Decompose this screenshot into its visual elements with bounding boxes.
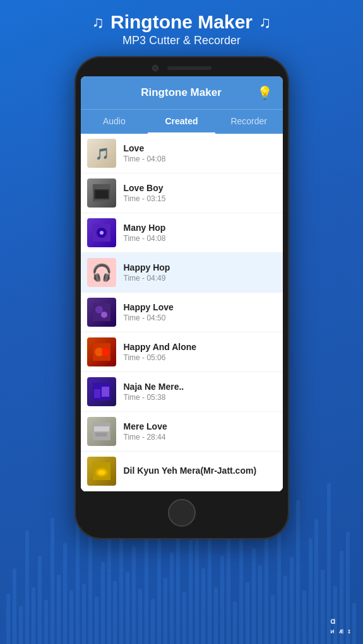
- song-info-loveboy: Love Boy Time - 03:15: [124, 183, 277, 203]
- app-header: ♫ Ringtone Maker ♫ MP3 Cutter & Recorder: [92, 0, 271, 56]
- brand-logo: ɑᴎ ᴁ ɪ: [330, 616, 352, 635]
- phone-bottom: [81, 499, 283, 527]
- song-time-merelove: Time - 28:44: [124, 433, 277, 442]
- song-title-loveboy: Love Boy: [124, 183, 277, 193]
- song-info-happyalone: Happy And Alone Time - 05:06: [124, 342, 277, 362]
- phone-speaker: [167, 66, 211, 70]
- song-time-loveboy: Time - 03:15: [124, 194, 277, 203]
- phone-frame: Ringtone Maker 💡 Audio Created Recorder …: [74, 56, 289, 539]
- phone-top: [81, 65, 283, 71]
- song-thumb-happylove: [87, 298, 116, 327]
- song-title-happyalone: Happy And Alone: [124, 342, 277, 352]
- song-info-happylove: Happy Love Time - 04:50: [124, 302, 277, 322]
- song-item-dil[interactable]: Dil Kyun Yeh Mera(Mr-Jatt.com): [81, 452, 283, 491]
- song-thumb-manyhop: [87, 218, 116, 247]
- svg-point-13: [102, 348, 109, 356]
- song-time-happyalone: Time - 05:06: [124, 353, 277, 362]
- song-title-merelove: Mere Love: [124, 421, 277, 431]
- tab-bar: Audio Created Recorder: [81, 109, 283, 134]
- song-item-happylove[interactable]: Happy Love Time - 04:50: [81, 293, 283, 332]
- song-title-dil: Dil Kyun Yeh Mera(Mr-Jatt.com): [124, 465, 277, 476]
- song-title-naja: Naja Ne Mere..: [124, 382, 277, 392]
- song-time-happylove: Time - 04:50: [124, 313, 277, 322]
- tab-audio[interactable]: Audio: [81, 110, 148, 134]
- song-thumb-merelove: [87, 417, 116, 446]
- svg-rect-19: [95, 433, 107, 436]
- song-info-dil: Dil Kyun Yeh Mera(Mr-Jatt.com): [124, 465, 277, 477]
- app-main-title: Ringtone Maker: [110, 11, 253, 33]
- song-thumb-love: 🎵: [87, 139, 116, 168]
- song-item-naja[interactable]: Naja Ne Mere.. Time - 05:38: [81, 372, 283, 412]
- song-info-naja: Naja Ne Mere.. Time - 05:38: [124, 382, 277, 402]
- phone-camera: [152, 65, 158, 71]
- song-title-manyhop: Many Hop: [124, 223, 277, 233]
- svg-rect-4: [95, 190, 108, 198]
- tab-recorder[interactable]: Recorder: [215, 110, 283, 134]
- music-note-left-icon: ♫: [92, 13, 104, 32]
- svg-point-9: [95, 306, 103, 313]
- song-time-manyhop: Time - 04:08: [124, 234, 277, 243]
- song-info-happyhop: Happy Hop Time - 04:49: [124, 262, 277, 283]
- song-time-naja: Time - 05:38: [124, 393, 277, 402]
- song-info-manyhop: Many Hop Time - 04:08: [124, 223, 277, 243]
- app-bar-title: Ringtone Maker: [106, 86, 257, 99]
- song-title-happylove: Happy Love: [124, 302, 277, 312]
- svg-text:🎵: 🎵: [95, 147, 110, 161]
- song-item-happyhop[interactable]: 🎧 Happy Hop Time - 04:49: [81, 253, 283, 293]
- song-list: 🎵 Love Time - 04:08 Love Boy Time - 03:1…: [81, 134, 283, 491]
- song-item-merelove[interactable]: Mere Love Time - 28:44: [81, 412, 283, 452]
- song-thumb-loveboy: [87, 179, 116, 208]
- app-subtitle: MP3 Cutter & Recorder: [122, 34, 241, 47]
- song-info-love: Love Time - 04:08: [124, 143, 277, 163]
- song-item-manyhop[interactable]: Many Hop Time - 04:08: [81, 213, 283, 253]
- song-thumb-happyalone: [87, 337, 116, 366]
- song-info-merelove: Mere Love Time - 28:44: [124, 421, 277, 442]
- song-item-love[interactable]: 🎵 Love Time - 04:08: [81, 134, 283, 173]
- tab-created[interactable]: Created: [148, 110, 215, 134]
- svg-point-22: [98, 470, 105, 475]
- song-item-happyalone[interactable]: Happy And Alone Time - 05:06: [81, 332, 283, 372]
- song-thumb-naja: [87, 377, 116, 406]
- svg-point-7: [100, 231, 104, 235]
- song-thumb-happyhop: 🎧: [87, 258, 116, 287]
- svg-rect-15: [94, 389, 100, 398]
- home-button[interactable]: [168, 499, 196, 527]
- svg-rect-16: [102, 387, 109, 397]
- svg-point-10: [101, 312, 107, 318]
- song-title-love: Love: [124, 143, 277, 153]
- song-title-happyhop: Happy Hop: [124, 262, 277, 272]
- lightbulb-icon[interactable]: 💡: [257, 85, 273, 100]
- song-item-loveboy[interactable]: Love Boy Time - 03:15: [81, 173, 283, 213]
- svg-rect-18: [94, 426, 109, 431]
- song-time-love: Time - 04:08: [124, 155, 277, 163]
- phone-screen: Ringtone Maker 💡 Audio Created Recorder …: [81, 76, 283, 491]
- headphone-icon: 🎧: [92, 263, 112, 283]
- app-top-bar: Ringtone Maker 💡: [81, 76, 283, 109]
- song-time-happyhop: Time - 04:49: [124, 274, 277, 283]
- song-thumb-dil: [87, 457, 116, 486]
- music-note-right-icon: ♫: [259, 13, 271, 32]
